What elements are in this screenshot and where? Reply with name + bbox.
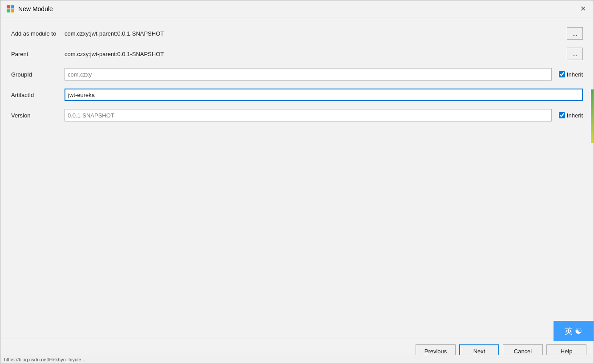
artifactid-label: ArtifactId [11, 92, 65, 98]
edge-indicator [591, 89, 594, 143]
dialog-icon [6, 4, 15, 13]
status-bar: https://blog.csdn.net/Hekhyo_hiyule... [0, 355, 594, 364]
groupid-container: Inherit [65, 68, 583, 81]
artifactid-row: ArtifactId [11, 88, 583, 102]
close-button[interactable]: ✕ [578, 4, 588, 14]
version-row: Version Inherit [11, 108, 583, 122]
svg-rect-3 [11, 9, 14, 12]
parent-row: Parent com.czxy:jwt-parent:0.0.1-SNAPSHO… [11, 47, 583, 61]
version-label: Version [11, 112, 65, 119]
artifactid-container [65, 89, 583, 101]
add-as-module-value: com.czxy:jwt-parent:0.0.1-SNAPSHOT [65, 30, 563, 37]
title-bar: New Module ✕ [0, 0, 594, 17]
svg-rect-0 [7, 5, 10, 8]
artifactid-input[interactable] [65, 89, 583, 101]
dialog-body: Add as module to com.czxy:jwt-parent:0.0… [0, 17, 594, 339]
parent-value: com.czxy:jwt-parent:0.0.1-SNAPSHOT [65, 51, 563, 57]
groupid-input[interactable] [65, 68, 552, 81]
new-module-dialog: New Module ✕ Add as module to com.czxy:j… [0, 0, 594, 364]
status-text: https://blog.csdn.net/Hekhyo_hiyule... [4, 357, 85, 362]
groupid-row: GroupId Inherit [11, 67, 583, 81]
groupid-inherit-container: Inherit [559, 71, 583, 78]
add-as-module-row: Add as module to com.czxy:jwt-parent:0.0… [11, 26, 583, 40]
version-inherit-checkbox[interactable] [559, 112, 565, 118]
bottom-widget: 英 ☯ [554, 321, 594, 341]
version-inherit-container: Inherit [559, 112, 583, 119]
dialog-title: New Module [18, 5, 578, 12]
svg-rect-1 [11, 5, 14, 8]
add-as-module-browse-button[interactable]: ... [567, 27, 583, 40]
version-container: Inherit [65, 109, 583, 121]
previous-label: Previous [424, 348, 447, 355]
version-inherit-label: Inherit [567, 112, 583, 119]
groupid-inherit-label: Inherit [567, 71, 583, 78]
parent-container: com.czxy:jwt-parent:0.0.1-SNAPSHOT ... [65, 48, 583, 60]
add-as-module-label: Add as module to [11, 30, 65, 37]
version-input[interactable] [65, 109, 552, 121]
bottom-widget-text: 英 ☯ [565, 326, 582, 336]
svg-rect-2 [7, 9, 10, 12]
next-label: Next [473, 348, 485, 355]
add-as-module-container: com.czxy:jwt-parent:0.0.1-SNAPSHOT ... [65, 27, 583, 40]
groupid-label: GroupId [11, 71, 65, 78]
parent-label: Parent [11, 51, 65, 57]
groupid-inherit-checkbox[interactable] [559, 71, 565, 77]
parent-browse-button[interactable]: ... [567, 48, 583, 60]
